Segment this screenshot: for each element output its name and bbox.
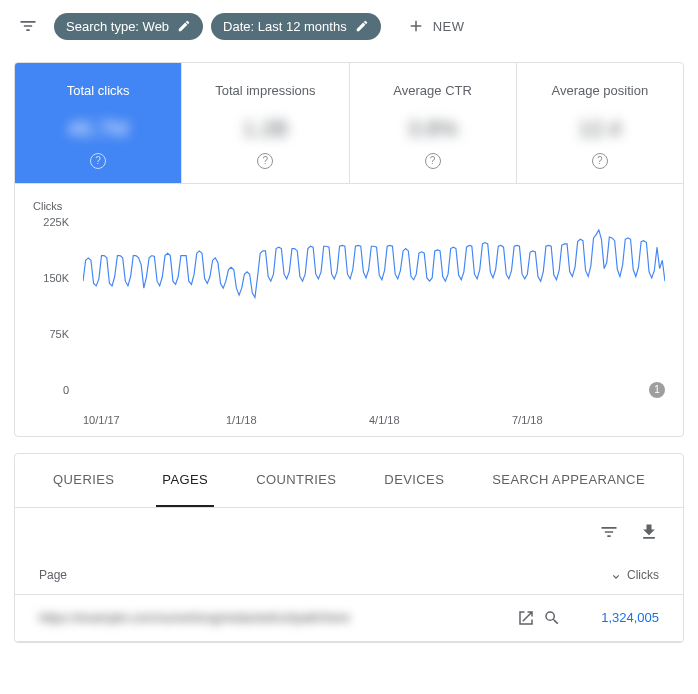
table-header: Page Clicks xyxy=(15,556,683,595)
chart-plot xyxy=(83,216,665,321)
page-url: https://example.com/some/long/redacted/u… xyxy=(39,610,517,625)
metric-total-clicks[interactable]: Total clicks 46.7M ? xyxy=(15,63,182,183)
chip-date[interactable]: Date: Last 12 months xyxy=(211,13,381,40)
filter-bar: Search type: Web Date: Last 12 months NE… xyxy=(0,0,698,52)
table-filter-icon[interactable] xyxy=(599,522,619,542)
help-icon[interactable]: ? xyxy=(90,153,106,169)
x-tick: 7/1/18 xyxy=(512,414,655,426)
x-tick: 1/1/18 xyxy=(226,414,369,426)
new-filter-button[interactable]: NEW xyxy=(397,11,475,41)
col-header-page[interactable]: Page xyxy=(39,568,609,582)
x-tick: 4/1/18 xyxy=(369,414,512,426)
chart-y-title: Clicks xyxy=(33,200,673,212)
tab-countries[interactable]: COUNTRIES xyxy=(250,454,342,507)
chip-label: Search type: Web xyxy=(66,19,169,34)
x-tick: 10/1/17 xyxy=(83,414,226,426)
chart[interactable]: 225K 150K 75K 0 xyxy=(35,216,673,396)
metric-label: Average position xyxy=(527,83,673,98)
table-tabs: QUERIES PAGES COUNTRIES DEVICES SEARCH A… xyxy=(15,454,683,508)
table-toolbar xyxy=(15,508,683,556)
help-icon[interactable]: ? xyxy=(592,153,608,169)
tab-search-appearance[interactable]: SEARCH APPEARANCE xyxy=(486,454,651,507)
open-external-icon[interactable] xyxy=(517,609,535,627)
chip-search-type[interactable]: Search type: Web xyxy=(54,13,203,40)
metric-label: Total impressions xyxy=(192,83,338,98)
filter-icon[interactable] xyxy=(10,8,46,44)
col-label: Clicks xyxy=(627,568,659,582)
metric-label: Average CTR xyxy=(360,83,506,98)
y-tick: 150K xyxy=(35,272,69,284)
metric-value: 46.7M xyxy=(25,116,171,142)
search-icon[interactable] xyxy=(543,609,561,627)
help-icon[interactable]: ? xyxy=(257,153,273,169)
row-actions xyxy=(517,609,561,627)
data-table-card: QUERIES PAGES COUNTRIES DEVICES SEARCH A… xyxy=(14,453,684,643)
new-label: NEW xyxy=(433,19,465,34)
tab-devices[interactable]: DEVICES xyxy=(378,454,450,507)
help-icon[interactable]: ? xyxy=(425,153,441,169)
pencil-icon xyxy=(177,19,191,33)
plus-icon xyxy=(407,17,425,35)
annotation-badge[interactable]: 1 xyxy=(649,382,665,398)
clicks-value: 1,324,005 xyxy=(601,610,659,625)
download-icon[interactable] xyxy=(639,522,659,542)
metric-value: 3.8% xyxy=(360,116,506,142)
metric-average-position[interactable]: Average position 12.4 ? xyxy=(517,63,683,183)
table-row[interactable]: https://example.com/some/long/redacted/u… xyxy=(15,595,683,642)
x-axis-labels: 10/1/17 1/1/18 4/1/18 7/1/18 xyxy=(83,414,655,426)
y-tick: 75K xyxy=(35,328,69,340)
metric-average-ctr[interactable]: Average CTR 3.8% ? xyxy=(350,63,517,183)
arrow-down-icon xyxy=(609,568,623,582)
col-header-clicks[interactable]: Clicks xyxy=(609,568,659,582)
performance-card: Total clicks 46.7M ? Total impressions 1… xyxy=(14,62,684,437)
pencil-icon xyxy=(355,19,369,33)
metric-value: 12.4 xyxy=(527,116,673,142)
metrics-row: Total clicks 46.7M ? Total impressions 1… xyxy=(15,63,683,183)
metric-total-impressions[interactable]: Total impressions 1.2B ? xyxy=(182,63,349,183)
chart-area: Clicks 225K 150K 75K 0 1 10/1/17 1/1/18 … xyxy=(15,183,683,436)
chip-label: Date: Last 12 months xyxy=(223,19,347,34)
y-tick: 0 xyxy=(35,384,69,396)
tab-pages[interactable]: PAGES xyxy=(156,454,214,507)
y-tick: 225K xyxy=(35,216,69,228)
metric-label: Total clicks xyxy=(25,83,171,98)
metric-value: 1.2B xyxy=(192,116,338,142)
tab-queries[interactable]: QUERIES xyxy=(47,454,120,507)
y-axis-labels: 225K 150K 75K 0 xyxy=(35,216,75,396)
